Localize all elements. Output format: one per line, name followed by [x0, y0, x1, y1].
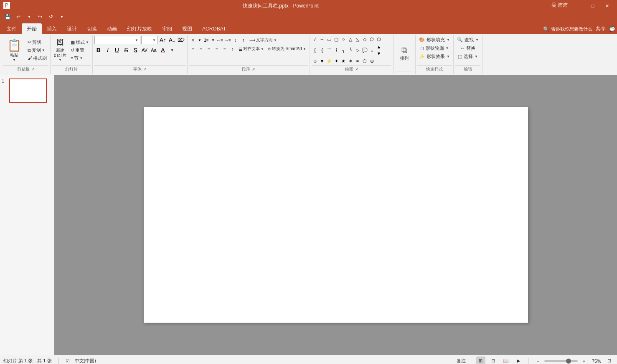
tab-slideshow[interactable]: 幻灯片放映 — [122, 23, 157, 34]
right-align-button[interactable]: ≡ — [221, 46, 229, 52]
align-right-button[interactable]: ≡ — [205, 46, 213, 52]
shape-callout-button[interactable]: 💬 — [361, 47, 368, 53]
font-color-dropdown[interactable]: ▼ — [168, 46, 176, 54]
shape-smiley-button[interactable]: ☺ — [312, 58, 318, 64]
shape-effect-button[interactable]: ✨ 形状效果 ▼ — [417, 53, 452, 60]
collapse-ribbon-button[interactable]: ▲ — [609, 23, 614, 29]
numbered-list-button[interactable]: 1≡ — [203, 37, 210, 43]
cut-button[interactable]: ✂ 剪切 — [26, 38, 48, 46]
zoom-in-button[interactable]: + — [579, 356, 589, 364]
select-button[interactable]: ⬚ 选择 ▼ — [456, 53, 480, 60]
minimize-button[interactable]: ─ — [572, 2, 585, 10]
underline-button[interactable]: U — [113, 46, 121, 54]
section-dropdown[interactable]: ▼ — [79, 56, 83, 60]
font-color-button[interactable]: A — [159, 46, 167, 54]
search-dropdown[interactable]: ▼ — [475, 38, 479, 42]
shape-heart-button[interactable]: ♥ — [319, 58, 325, 64]
zoom-handle[interactable] — [566, 359, 571, 364]
bullet-dropdown[interactable]: ▼ — [197, 36, 202, 44]
shape-fill-dropdown[interactable]: ▼ — [447, 38, 450, 42]
text-direction-button[interactable]: ⟶ 文字方向 ▼ — [248, 36, 279, 44]
tab-review[interactable]: 审阅 — [157, 23, 177, 34]
line-height-button[interactable]: ↕ — [229, 46, 236, 52]
zoom-level[interactable]: 75% — [592, 359, 601, 364]
shape-ellipse-button[interactable]: ○ — [340, 36, 347, 43]
shape-triangle-button[interactable]: △ — [347, 36, 354, 43]
tab-transitions[interactable]: 切换 — [82, 23, 102, 34]
shape-brace-button[interactable]: { — [319, 47, 325, 53]
shape-fill-button[interactable]: 🎨 形状填充 ▼ — [417, 36, 452, 43]
increase-indent-button[interactable]: →≡ — [224, 37, 231, 43]
font-family-dropdown[interactable]: ▼ — [135, 38, 138, 42]
bold-button[interactable]: B — [94, 46, 103, 54]
close-button[interactable]: ✕ — [600, 2, 614, 10]
new-slide-button[interactable]: 🖼 新建幻灯片 ▼ — [52, 38, 68, 62]
shape-diamond-button[interactable]: ◇ — [361, 36, 368, 43]
shadow-button[interactable]: S — [131, 46, 140, 54]
search-button[interactable]: 🔍 查找 ▼ — [455, 36, 480, 43]
numbered-dropdown[interactable]: ▼ — [211, 36, 216, 44]
shape-flow-button[interactable]: ⬡ — [361, 58, 368, 64]
tab-home[interactable]: 开始 — [22, 23, 42, 34]
line-spacing-button[interactable]: ↕ — [232, 37, 239, 43]
shape-effect-dropdown[interactable]: ▼ — [447, 55, 450, 58]
tab-animations[interactable]: 动画 — [102, 23, 122, 34]
drawing-expand[interactable]: ↗ — [355, 67, 358, 71]
shape-lightning-button[interactable]: ⚡ — [326, 58, 333, 64]
shape-extra-button[interactable]: ⊕ — [368, 58, 375, 64]
spell-check-icon[interactable]: ☑ — [66, 358, 70, 364]
text-direction-dropdown[interactable]: ▼ — [274, 38, 277, 42]
shape-line-button[interactable]: / — [312, 36, 318, 43]
align-left-button[interactable]: ≡ — [189, 46, 197, 52]
share-button[interactable]: 共享 — [596, 25, 606, 33]
shape-elbow-button[interactable]: ╰ — [347, 47, 354, 53]
slide-show-button[interactable]: ▶ — [514, 356, 523, 364]
align-text-dropdown[interactable]: ▼ — [261, 47, 264, 51]
shape-connector-button[interactable]: ╮ — [340, 47, 347, 53]
undo-button[interactable]: ↩ — [14, 13, 23, 21]
char-spacing-button[interactable]: AV — [140, 46, 149, 54]
zoom-out-button[interactable]: − — [533, 356, 543, 364]
tab-view[interactable]: 视图 — [177, 23, 197, 34]
shape-freeform-button[interactable]: ⌇ — [333, 47, 340, 53]
shape-hex-button[interactable]: ⬡ — [376, 36, 382, 43]
increase-font-button[interactable]: A↑ — [159, 36, 167, 44]
shape-scroll-up[interactable]: ▲ — [376, 43, 382, 50]
layout-button[interactable]: ▦ 版式 ▼ — [69, 38, 91, 46]
clear-format-button[interactable]: ⌦ — [177, 36, 185, 44]
section-button[interactable]: ≡ 节 ▼ — [69, 54, 91, 62]
shape-scroll-down[interactable]: ▼ — [376, 50, 382, 57]
tab-file[interactable]: 文件 — [2, 23, 22, 34]
italic-button[interactable]: I — [104, 46, 112, 54]
copy-button[interactable]: ⧉ 复制 ▼ — [26, 46, 48, 54]
tab-acrobat[interactable]: ACROBAT — [197, 23, 231, 34]
align-text-button[interactable]: ⬓ 对齐文本 ▼ — [237, 45, 266, 53]
convert-smartart-dropdown[interactable]: ▼ — [303, 47, 306, 51]
convert-smartart-button[interactable]: ⟳ 转换为 SmartArt ▼ — [266, 45, 308, 53]
reading-view-button[interactable]: 📖 — [501, 356, 510, 364]
paragraph-expand[interactable]: ↗ — [252, 67, 255, 71]
repeat-button[interactable]: ↺ — [47, 13, 55, 21]
tab-design[interactable]: 设计 — [62, 23, 82, 34]
text-case-button[interactable]: Aa — [150, 46, 158, 54]
tab-insert[interactable]: 插入 — [42, 23, 62, 34]
shape-rect-button[interactable]: ▭ — [326, 36, 333, 43]
clipboard-expand[interactable]: ↗ — [31, 67, 35, 71]
font-family-select[interactable]: ▼ — [94, 36, 140, 44]
shape-outline-button[interactable]: ◻ 形状轮廓 ▼ — [419, 44, 451, 52]
shape-star6-button[interactable]: ✶ — [347, 58, 354, 64]
font-size-dropdown[interactable]: ▼ — [152, 38, 156, 42]
qa-dropdown[interactable]: ▼ — [58, 13, 66, 21]
slide-thumbnail-item[interactable]: 1 — [2, 78, 52, 103]
align-center-button[interactable]: ≡ — [197, 46, 205, 52]
shape-arrow-button[interactable]: → — [319, 36, 325, 43]
decrease-indent-button[interactable]: ←≡ — [216, 37, 223, 43]
new-slide-dropdown[interactable]: ▼ — [58, 58, 62, 62]
fit-page-button[interactable]: ⊡ — [604, 356, 614, 364]
normal-view-button[interactable]: ⊞ — [476, 356, 485, 364]
shape-curve-button[interactable]: ⌒ — [326, 47, 333, 53]
slide-canvas[interactable] — [144, 107, 528, 323]
reset-button[interactable]: ↺ 重置 — [69, 46, 91, 54]
arrange-button[interactable]: ⧉ 排列 — [395, 41, 414, 65]
slide-sorter-button[interactable]: ⊟ — [489, 356, 498, 364]
